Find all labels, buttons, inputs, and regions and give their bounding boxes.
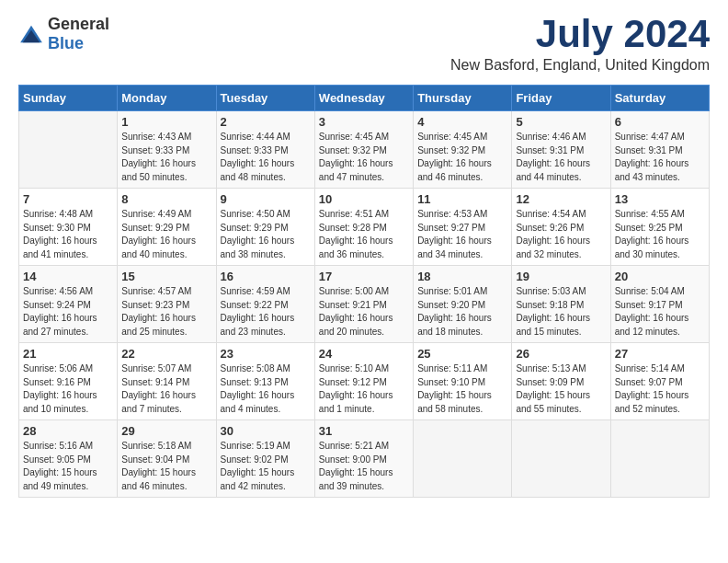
day-number: 20 — [615, 270, 705, 283]
day-number: 6 — [615, 115, 705, 129]
calendar-cell: 11Sunrise: 4:53 AM Sunset: 9:27 PM Dayli… — [414, 189, 512, 266]
header-monday: Monday — [118, 86, 216, 111]
day-number: 1 — [121, 115, 211, 129]
logo-text: General Blue — [48, 15, 109, 53]
calendar-week-row: 28Sunrise: 5:16 AM Sunset: 9:05 PM Dayli… — [19, 420, 710, 498]
header-thursday: Thursday — [414, 86, 512, 111]
day-info: Sunrise: 5:14 AM Sunset: 9:07 PM Dayligh… — [615, 362, 705, 416]
calendar-cell: 4Sunrise: 4:45 AM Sunset: 9:32 PM Daylig… — [414, 111, 512, 189]
calendar-cell: 13Sunrise: 4:55 AM Sunset: 9:25 PM Dayli… — [610, 189, 709, 266]
logo-blue: Blue — [48, 34, 84, 52]
day-info: Sunrise: 5:07 AM Sunset: 9:14 PM Dayligh… — [121, 362, 211, 416]
logo-icon — [18, 24, 44, 44]
page-header: General Blue July 2024 New Basford, Engl… — [18, 15, 710, 74]
day-info: Sunrise: 4:45 AM Sunset: 9:32 PM Dayligh… — [319, 131, 409, 184]
day-number: 22 — [121, 347, 211, 361]
calendar-cell: 25Sunrise: 5:11 AM Sunset: 9:10 PM Dayli… — [414, 343, 512, 420]
month-year-title: July 2024 — [450, 15, 710, 53]
calendar-cell: 24Sunrise: 5:10 AM Sunset: 9:12 PM Dayli… — [314, 343, 413, 420]
day-number: 14 — [23, 270, 113, 283]
header-tuesday: Tuesday — [216, 86, 314, 111]
day-number: 10 — [319, 192, 409, 206]
calendar-cell: 10Sunrise: 4:51 AM Sunset: 9:28 PM Dayli… — [314, 189, 413, 266]
header-saturday: Saturday — [610, 86, 709, 111]
day-info: Sunrise: 4:59 AM Sunset: 9:22 PM Dayligh… — [221, 285, 311, 339]
calendar-cell: 5Sunrise: 4:46 AM Sunset: 9:31 PM Daylig… — [512, 111, 610, 189]
logo-general: General — [48, 15, 109, 33]
calendar-cell: 3Sunrise: 4:45 AM Sunset: 9:32 PM Daylig… — [314, 111, 413, 189]
day-info: Sunrise: 5:08 AM Sunset: 9:13 PM Dayligh… — [221, 362, 311, 416]
day-number: 5 — [516, 115, 606, 129]
day-info: Sunrise: 5:01 AM Sunset: 9:20 PM Dayligh… — [417, 285, 507, 339]
calendar-cell: 2Sunrise: 4:44 AM Sunset: 9:33 PM Daylig… — [216, 111, 314, 189]
calendar-cell: 29Sunrise: 5:18 AM Sunset: 9:04 PM Dayli… — [118, 420, 216, 498]
day-number: 31 — [319, 424, 409, 438]
day-number: 9 — [221, 192, 311, 206]
day-info: Sunrise: 4:45 AM Sunset: 9:32 PM Dayligh… — [417, 131, 507, 184]
calendar-cell: 7Sunrise: 4:48 AM Sunset: 9:30 PM Daylig… — [19, 189, 118, 266]
calendar-cell: 27Sunrise: 5:14 AM Sunset: 9:07 PM Dayli… — [610, 343, 709, 420]
day-number: 30 — [221, 424, 311, 438]
calendar-week-row: 21Sunrise: 5:06 AM Sunset: 9:16 PM Dayli… — [19, 343, 710, 420]
day-info: Sunrise: 4:49 AM Sunset: 9:29 PM Dayligh… — [121, 208, 211, 261]
calendar-cell: 14Sunrise: 4:56 AM Sunset: 9:24 PM Dayli… — [19, 266, 118, 343]
title-section: July 2024 New Basford, England, United K… — [450, 15, 710, 74]
day-info: Sunrise: 5:19 AM Sunset: 9:02 PM Dayligh… — [221, 440, 311, 493]
day-number: 7 — [23, 192, 113, 206]
calendar-cell: 18Sunrise: 5:01 AM Sunset: 9:20 PM Dayli… — [414, 266, 512, 343]
day-info: Sunrise: 4:50 AM Sunset: 9:29 PM Dayligh… — [221, 208, 311, 261]
calendar-cell: 22Sunrise: 5:07 AM Sunset: 9:14 PM Dayli… — [118, 343, 216, 420]
header-wednesday: Wednesday — [314, 86, 413, 111]
day-info: Sunrise: 4:57 AM Sunset: 9:23 PM Dayligh… — [121, 285, 211, 339]
calendar-cell: 30Sunrise: 5:19 AM Sunset: 9:02 PM Dayli… — [216, 420, 314, 498]
day-info: Sunrise: 4:43 AM Sunset: 9:33 PM Dayligh… — [121, 131, 211, 184]
day-number: 16 — [221, 270, 311, 283]
day-info: Sunrise: 4:53 AM Sunset: 9:27 PM Dayligh… — [417, 208, 507, 261]
calendar-cell: 28Sunrise: 5:16 AM Sunset: 9:05 PM Dayli… — [19, 420, 118, 498]
calendar-table: SundayMondayTuesdayWednesdayThursdayFrid… — [18, 85, 710, 498]
day-info: Sunrise: 4:54 AM Sunset: 9:26 PM Dayligh… — [516, 208, 606, 261]
calendar-week-row: 1Sunrise: 4:43 AM Sunset: 9:33 PM Daylig… — [19, 111, 710, 189]
calendar-cell: 21Sunrise: 5:06 AM Sunset: 9:16 PM Dayli… — [19, 343, 118, 420]
day-info: Sunrise: 4:48 AM Sunset: 9:30 PM Dayligh… — [23, 208, 113, 261]
day-info: Sunrise: 5:21 AM Sunset: 9:00 PM Dayligh… — [319, 440, 409, 493]
day-number: 12 — [516, 192, 606, 206]
calendar-week-row: 14Sunrise: 4:56 AM Sunset: 9:24 PM Dayli… — [19, 266, 710, 343]
location-subtitle: New Basford, England, United Kingdom — [450, 57, 710, 74]
calendar-cell: 9Sunrise: 4:50 AM Sunset: 9:29 PM Daylig… — [216, 189, 314, 266]
day-number: 28 — [23, 424, 113, 438]
day-number: 25 — [417, 347, 507, 361]
day-number: 29 — [121, 424, 211, 438]
day-info: Sunrise: 5:00 AM Sunset: 9:21 PM Dayligh… — [319, 285, 409, 339]
day-number: 27 — [615, 347, 705, 361]
day-number: 26 — [516, 347, 606, 361]
day-number: 21 — [23, 347, 113, 361]
day-number: 15 — [121, 270, 211, 283]
calendar-cell: 17Sunrise: 5:00 AM Sunset: 9:21 PM Dayli… — [314, 266, 413, 343]
day-info: Sunrise: 5:10 AM Sunset: 9:12 PM Dayligh… — [319, 362, 409, 416]
day-number: 23 — [221, 347, 311, 361]
calendar-cell: 23Sunrise: 5:08 AM Sunset: 9:13 PM Dayli… — [216, 343, 314, 420]
day-info: Sunrise: 4:44 AM Sunset: 9:33 PM Dayligh… — [221, 131, 311, 184]
day-number: 4 — [417, 115, 507, 129]
day-number: 18 — [417, 270, 507, 283]
day-number: 24 — [319, 347, 409, 361]
day-info: Sunrise: 5:11 AM Sunset: 9:10 PM Dayligh… — [417, 362, 507, 416]
calendar-cell: 31Sunrise: 5:21 AM Sunset: 9:00 PM Dayli… — [314, 420, 413, 498]
calendar-cell: 6Sunrise: 4:47 AM Sunset: 9:31 PM Daylig… — [610, 111, 709, 189]
day-number: 11 — [417, 192, 507, 206]
calendar-week-row: 7Sunrise: 4:48 AM Sunset: 9:30 PM Daylig… — [19, 189, 710, 266]
calendar-cell: 20Sunrise: 5:04 AM Sunset: 9:17 PM Dayli… — [610, 266, 709, 343]
day-number: 2 — [221, 115, 311, 129]
day-info: Sunrise: 5:16 AM Sunset: 9:05 PM Dayligh… — [23, 440, 113, 493]
day-info: Sunrise: 5:03 AM Sunset: 9:18 PM Dayligh… — [516, 285, 606, 339]
logo: General Blue — [18, 15, 109, 53]
calendar-cell: 19Sunrise: 5:03 AM Sunset: 9:18 PM Dayli… — [512, 266, 610, 343]
day-number: 17 — [319, 270, 409, 283]
calendar-cell — [19, 111, 118, 189]
day-info: Sunrise: 5:06 AM Sunset: 9:16 PM Dayligh… — [23, 362, 113, 416]
calendar-cell — [610, 420, 709, 498]
day-info: Sunrise: 4:46 AM Sunset: 9:31 PM Dayligh… — [516, 131, 606, 184]
day-number: 13 — [615, 192, 705, 206]
calendar-cell: 12Sunrise: 4:54 AM Sunset: 9:26 PM Dayli… — [512, 189, 610, 266]
